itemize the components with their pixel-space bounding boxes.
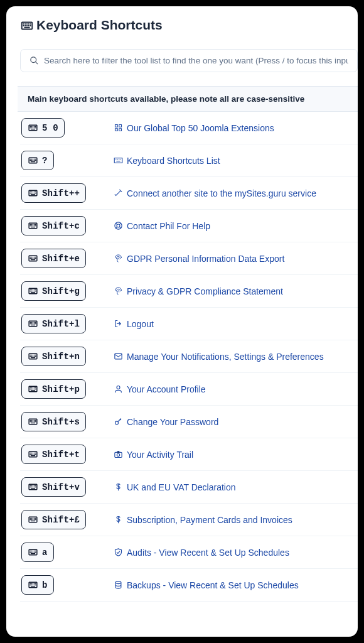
section-header: Main keyboard shortcuts available, pleas… — [18, 86, 358, 112]
page-title: Keyboard Shortcuts — [20, 18, 358, 33]
shortcut-action[interactable]: Connect another site to the mySites.guru… — [113, 188, 316, 198]
shortcut-link[interactable]: Change Your Password — [127, 417, 218, 427]
keyboard-icon — [28, 318, 38, 329]
shortcut-key-cell: Shift++ — [21, 183, 108, 203]
dollar-icon — [113, 482, 123, 492]
keyboard-icon — [20, 18, 34, 33]
shortcut-row: Shift+e GDPR Personal Information Data E… — [20, 242, 358, 275]
shortcut-link[interactable]: Connect another site to the mySites.guru… — [127, 188, 316, 198]
shortcut-key-cell: Shift+£ — [21, 510, 108, 529]
keyboard-icon — [28, 416, 38, 427]
shortcut-row: Shift+n Manage Your Notifications, Setti… — [20, 340, 358, 373]
shortcut-action[interactable]: Backups - View Recent & Set Up Schedules — [113, 580, 299, 590]
shortcut-row: Shift++ Connect another site to the mySi… — [20, 177, 358, 210]
shortcut-link[interactable]: Logout — [127, 319, 154, 329]
shortcut-link[interactable]: Manage Your Notifications, Settings & Pr… — [127, 352, 324, 362]
wand-icon — [113, 188, 123, 198]
svg-line-1 — [35, 62, 38, 65]
shortcut-key-text: b — [42, 580, 48, 590]
shortcut-row: b Backups - View Recent & Set Up Schedul… — [20, 569, 358, 602]
keyboard-icon — [28, 155, 38, 166]
shortcut-key-text: Shift+s — [42, 417, 80, 427]
keyboard-icon — [28, 122, 38, 133]
shortcut-row: Shift+v UK and EU VAT Declaration — [20, 471, 358, 504]
shortcut-link[interactable]: Backups - View Recent & Set Up Schedules — [127, 580, 299, 590]
shortcut-key-cell: Shift+t — [21, 445, 108, 464]
lifering-icon — [113, 221, 123, 231]
shield-icon — [113, 548, 123, 558]
shortcut-row: ? Keyboard Shortcuts List — [20, 144, 358, 177]
shortcut-link[interactable]: Keyboard Shortcuts List — [127, 156, 220, 166]
grid-icon — [113, 123, 123, 133]
shortcut-key-text: Shift+l — [42, 319, 80, 329]
shortcut-key-text: Shift+v — [42, 482, 80, 492]
page-title-text: Keyboard Shortcuts — [36, 18, 163, 33]
shortcut-keycap: Shift+£ — [21, 510, 86, 529]
shortcut-link[interactable]: Privacy & GDPR Compliance Statement — [127, 286, 283, 296]
keyboard-icon — [28, 384, 38, 394]
shortcut-action[interactable]: Your Activity Trail — [113, 450, 193, 460]
keyboard-icon — [28, 286, 38, 296]
shortcut-key-cell: Shift+s — [21, 412, 108, 431]
shortcut-key-cell: ? — [21, 151, 108, 170]
shortcut-key-cell: Shift+p — [21, 379, 108, 399]
shortcut-keycap: ? — [21, 151, 54, 170]
svg-point-0 — [31, 57, 36, 63]
shortcut-key-cell: Shift+v — [21, 477, 108, 497]
shortcut-action[interactable]: Contact Phil For Help — [113, 221, 210, 231]
search-input-wrapper[interactable] — [20, 49, 358, 72]
shortcut-key-cell: Shift+l — [21, 314, 108, 333]
shortcut-row: a Audits - View Recent & Set Up Schedule… — [20, 536, 358, 569]
shortcut-action[interactable]: UK and EU VAT Declaration — [113, 482, 236, 492]
keyboard-icon — [28, 580, 38, 590]
shortcut-link[interactable]: Our Global Top 50 Joomla Extensions — [127, 123, 274, 133]
keyboard-icon — [113, 156, 123, 166]
shortcut-action[interactable]: Manage Your Notifications, Settings & Pr… — [113, 352, 324, 362]
shortcut-link[interactable]: Audits - View Recent & Set Up Schedules — [127, 548, 289, 558]
shortcut-keycap: Shift+c — [21, 216, 86, 235]
shortcut-keycap: a — [21, 543, 54, 562]
keyboard-icon — [28, 188, 38, 198]
shortcut-key-cell: Shift+g — [21, 281, 108, 301]
keyboard-icon — [28, 514, 38, 525]
shortcut-action[interactable]: Keyboard Shortcuts List — [113, 156, 220, 166]
fp-icon — [113, 286, 123, 296]
shortcut-key-text: Shift++ — [42, 188, 80, 198]
search-input[interactable] — [44, 56, 348, 65]
shortcut-keycap: Shift+l — [21, 314, 86, 333]
keyboard-icon — [28, 482, 38, 492]
shortcut-key-text: Shift+c — [42, 221, 80, 231]
shortcut-action[interactable]: Your Account Profile — [113, 384, 206, 394]
keyboard-icon — [28, 253, 38, 264]
shortcut-action[interactable]: Our Global Top 50 Joomla Extensions — [113, 123, 274, 133]
shortcut-link[interactable]: Your Account Profile — [127, 384, 206, 394]
shortcut-action[interactable]: Audits - View Recent & Set Up Schedules — [113, 548, 289, 558]
shortcut-link[interactable]: UK and EU VAT Declaration — [127, 482, 236, 492]
logout-icon — [113, 319, 123, 329]
camera-icon — [113, 450, 123, 460]
shortcut-keycap: b — [21, 575, 54, 595]
shortcut-keycap: Shift+t — [21, 445, 86, 464]
shortcut-row: Shift+l Logout — [20, 308, 358, 340]
shortcut-link[interactable]: Your Activity Trail — [127, 450, 193, 460]
shortcut-key-text: Shift+£ — [42, 515, 80, 525]
shortcut-row: Shift+g Privacy & GDPR Compliance Statem… — [20, 275, 358, 308]
shortcut-key-text: Shift+e — [42, 254, 80, 264]
shortcut-action[interactable]: Privacy & GDPR Compliance Statement — [113, 286, 283, 296]
shortcut-link[interactable]: Contact Phil For Help — [127, 221, 210, 231]
shortcut-keycap: Shift+g — [21, 281, 86, 301]
shortcut-action[interactable]: GDPR Personal Information Data Export — [113, 254, 284, 264]
shortcut-keycap: Shift+s — [21, 412, 86, 431]
shortcut-action[interactable]: Subscription, Payment Cards and Invoices — [113, 515, 292, 525]
shortcut-action[interactable]: Logout — [113, 319, 154, 329]
shortcut-link[interactable]: GDPR Personal Information Data Export — [127, 254, 284, 264]
shortcut-action[interactable]: Change Your Password — [113, 417, 218, 427]
shortcut-link[interactable]: Subscription, Payment Cards and Invoices — [127, 515, 292, 525]
shortcut-row: Shift+t Your Activity Trail — [20, 438, 358, 471]
search-icon — [29, 56, 39, 65]
shortcut-keycap: Shift+e — [21, 249, 86, 268]
shortcut-key-cell: Shift+c — [21, 216, 108, 235]
user-icon — [113, 384, 123, 394]
keyboard-icon — [28, 351, 38, 362]
shortcut-key-cell: a — [21, 543, 108, 562]
